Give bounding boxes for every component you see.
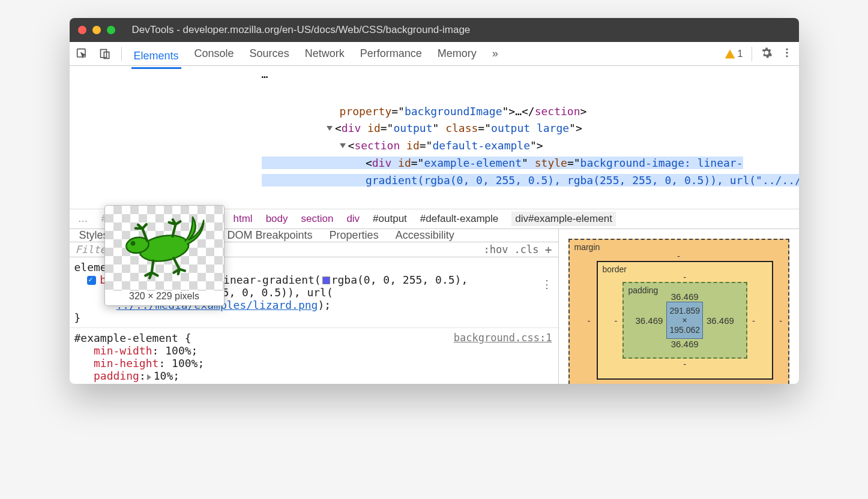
breadcrumb-item[interactable]: div [346, 213, 360, 225]
css-property: min-width [94, 344, 152, 357]
border-label: border [603, 264, 627, 274]
image-preview-tooltip: 320 × 229 pixels [104, 205, 225, 306]
breadcrumb-item[interactable]: html [234, 213, 253, 225]
tab-overflow[interactable]: » [490, 43, 501, 65]
device-toggle-icon[interactable] [98, 47, 112, 61]
border-bottom: - [615, 359, 755, 369]
box-model-border[interactable]: border - - padding 36.469 36.469 291.859… [597, 261, 773, 380]
devtools-window: DevTools - developer.mozilla.org/en-US/d… [70, 18, 799, 384]
property-checkbox[interactable] [87, 276, 96, 285]
svg-point-8 [131, 242, 135, 245]
menu-icon[interactable] [781, 47, 793, 61]
close-window-button[interactable] [78, 26, 86, 34]
margin-bottom: - [588, 380, 770, 384]
subtab-properties[interactable]: Properties [330, 229, 379, 242]
css-property: min-height [94, 357, 158, 369]
border-top: - [615, 272, 755, 282]
panel-tabs: Elements Console Sources Network Perform… [131, 43, 501, 65]
expand-caret-icon[interactable] [147, 374, 151, 380]
tab-memory[interactable]: Memory [435, 43, 479, 65]
breadcrumb-item[interactable]: #default-example [420, 213, 498, 225]
subtab-accessibility[interactable]: Accessibility [396, 229, 454, 242]
svg-point-4 [786, 52, 788, 53]
divider [752, 47, 752, 61]
warnings-badge[interactable]: 1 [725, 49, 743, 59]
box-model-padding[interactable]: padding 36.469 36.469 291.859 × 195.062 … [622, 282, 747, 359]
image-preview [105, 206, 224, 291]
settings-icon[interactable] [761, 47, 773, 61]
breadcrumb-overflow[interactable]: … [78, 213, 88, 225]
margin-top: - [588, 251, 770, 261]
color-swatch-icon[interactable] [322, 276, 330, 284]
hov-toggle[interactable]: :hov [484, 244, 508, 255]
breadcrumb-item[interactable]: #output [373, 213, 407, 225]
tab-performance[interactable]: Performance [358, 43, 424, 65]
main-toolbar: Elements Console Sources Network Perform… [70, 42, 799, 66]
inspect-icon[interactable] [76, 47, 89, 61]
styles-panel: 320 × 229 pixels Styles DOM Breakpoints … [70, 229, 559, 384]
minimize-window-button[interactable] [92, 26, 101, 34]
window-controls [78, 26, 115, 34]
divider [121, 47, 122, 61]
margin-label: margin [574, 242, 600, 252]
tab-console[interactable]: Console [192, 43, 237, 65]
breadcrumb-item[interactable]: section [301, 213, 334, 225]
maximize-window-button[interactable] [107, 26, 115, 34]
tab-sources[interactable]: Sources [247, 43, 292, 65]
style-rule-example-element[interactable]: background.css:1 #example-element { min-… [70, 328, 558, 384]
border-right: - [752, 315, 755, 326]
svg-point-3 [786, 48, 788, 50]
padding-left: 36.469 [636, 315, 663, 326]
elements-tree[interactable]: … property="backgroundImage">…</section>… [70, 66, 799, 209]
subtab-dom-breakpoints[interactable]: DOM Breakpoints [228, 229, 313, 242]
box-model-content[interactable]: 291.859 × 195.062 [666, 302, 703, 339]
breadcrumb-item-selected[interactable]: div#example-element [511, 212, 616, 226]
svg-point-5 [786, 55, 788, 57]
padding-label: padding [628, 285, 659, 295]
source-link[interactable]: background.css:1 [454, 332, 552, 344]
margin-right: - [779, 315, 782, 326]
selector: #example-element [74, 332, 178, 344]
add-rule-button[interactable]: + [544, 242, 552, 257]
css-property: padding [94, 369, 139, 382]
rule-menu-icon[interactable]: ⋮ [541, 278, 552, 290]
cls-toggle[interactable]: .cls [514, 244, 539, 255]
padding-right: 36.469 [707, 315, 734, 326]
box-model-panel: margin - - border - - padding 36.469 [559, 229, 799, 384]
image-dimensions: 320 × 229 pixels [105, 291, 224, 302]
margin-left: - [588, 315, 591, 326]
breadcrumb-item[interactable]: body [266, 213, 288, 225]
collapsed-indicator: … [70, 65, 268, 83]
titlebar[interactable]: DevTools - developer.mozilla.org/en-US/d… [70, 18, 799, 42]
border-left: - [615, 315, 618, 326]
window-title: DevTools - developer.mozilla.org/en-US/d… [132, 24, 471, 36]
lizard-icon [106, 204, 222, 293]
tab-network[interactable]: Network [303, 43, 347, 65]
box-model-margin[interactable]: margin - - border - - padding 36.469 [568, 239, 789, 384]
padding-bottom: 36.469 [636, 339, 734, 349]
warning-count: 1 [738, 49, 743, 59]
